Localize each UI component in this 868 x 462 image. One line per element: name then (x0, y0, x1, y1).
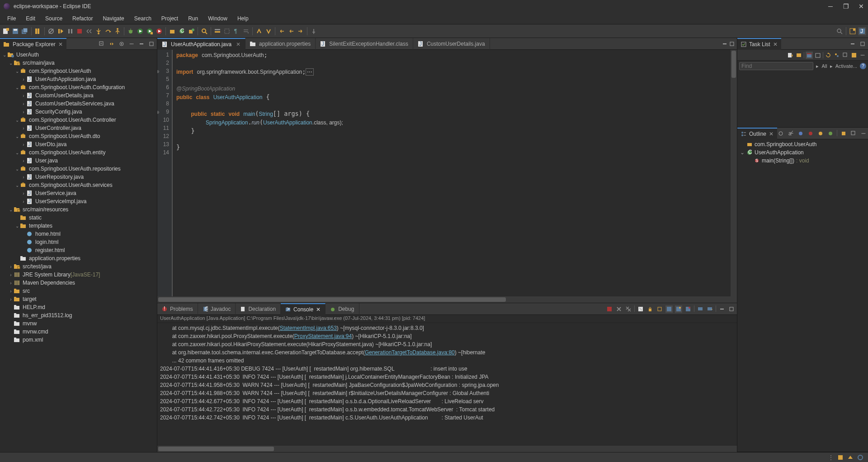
new-button[interactable] (2, 27, 10, 35)
link-editor-button[interactable] (108, 40, 115, 48)
maximize-view-button[interactable] (148, 40, 155, 48)
minimize-button[interactable]: ─ (827, 3, 834, 10)
tree-item[interactable]: register.html (0, 246, 157, 254)
annotation-next-button[interactable] (264, 27, 273, 35)
twisty-icon[interactable]: ⌄ (14, 85, 20, 90)
console-remove-all-button[interactable] (625, 305, 632, 313)
menu-source[interactable]: Source (41, 14, 67, 24)
tree-item[interactable]: ›JUserController.java (0, 124, 157, 132)
tree-item[interactable]: mvnw.cmd (0, 328, 157, 336)
tree-item[interactable]: ⌄src/main/java (0, 59, 157, 67)
menu-search[interactable]: Search (130, 14, 156, 24)
twisty-icon[interactable]: ⌄ (740, 149, 745, 156)
console-scroll-lock-button[interactable] (646, 305, 654, 313)
tasklist-maximize-button[interactable] (859, 40, 866, 48)
hide-completed-button[interactable] (833, 52, 840, 59)
twisty-icon[interactable]: › (21, 191, 26, 196)
categorized-button[interactable] (795, 52, 802, 59)
package-explorer-tree[interactable]: ⌄UserAuth⌄src/main/java⌄com.Springboot.U… (0, 50, 157, 452)
tree-item[interactable]: ⌄com.Springboot.UserAuth (0, 67, 157, 75)
save-button[interactable] (11, 27, 19, 35)
twisty-icon[interactable]: › (21, 158, 26, 163)
tree-item[interactable]: ›src/test/java (0, 262, 157, 271)
menu-window[interactable]: Window (203, 14, 232, 24)
outline-hide-nonpublic-button[interactable] (817, 130, 824, 137)
tree-item[interactable]: ⌄com.Springboot.UserAuth.Configuration (0, 83, 157, 91)
tree-item[interactable]: login.html (0, 238, 157, 246)
tree-item[interactable]: ›target (0, 295, 157, 303)
outline-hide-static-button[interactable] (807, 130, 814, 137)
outline-item[interactable]: smain(String[]) : void (738, 157, 867, 165)
editor-minimize-button[interactable] (722, 42, 727, 46)
editor-tab[interactable]: application.properties (245, 38, 316, 50)
tree-item[interactable]: ›JUserAuthApplication.java (0, 75, 157, 83)
tasklist-activate-label[interactable]: Activate... (835, 63, 857, 69)
bottom-tab-debug[interactable]: Debug (326, 303, 359, 315)
twisty-icon[interactable]: › (21, 93, 26, 98)
open-type-button[interactable] (187, 27, 195, 35)
tasklist-minimize-button[interactable] (849, 40, 856, 48)
bottom-tab-javadoc[interactable]: @Javadoc (198, 303, 236, 315)
twisty-icon[interactable]: ⌄ (8, 207, 14, 212)
tree-item[interactable]: ›Maven Dependencies (0, 279, 157, 287)
console-show-on-error-button[interactable] (684, 305, 692, 313)
bottom-tab-declaration[interactable]: Declaration (236, 303, 281, 315)
editor-maximize-button[interactable] (730, 42, 734, 46)
minimize-view-button[interactable] (138, 40, 145, 48)
menu-file[interactable]: File (3, 14, 20, 24)
tree-item[interactable]: ›JUserService.java (0, 189, 157, 197)
console-open-button[interactable]: + (706, 305, 713, 313)
show-whitespace-button[interactable]: ¶ (232, 27, 241, 35)
menu-navigate[interactable]: Navigate (98, 14, 128, 24)
forward-button[interactable] (297, 27, 305, 35)
annotation-prev-button[interactable] (255, 27, 263, 35)
toggle-word-wrap-button[interactable] (242, 27, 250, 35)
close-icon[interactable]: ✕ (236, 41, 241, 48)
close-icon[interactable]: ✕ (58, 41, 63, 48)
help-icon[interactable]: ? (860, 63, 866, 69)
stacktrace-link[interactable]: GenerationTargetToDatabase.java:80 (365, 349, 455, 356)
tasklist-content[interactable] (737, 71, 868, 127)
tree-item[interactable]: ⌄com.Springboot.UserAuth.dto (0, 132, 157, 140)
back-button[interactable] (287, 27, 295, 35)
resume-button[interactable] (57, 27, 65, 35)
tree-item[interactable]: ⌄templates (0, 222, 157, 230)
tree-item[interactable]: ⌄com.Springboot.UserAuth.services (0, 181, 157, 189)
focus-task-button[interactable] (118, 40, 125, 48)
status-tip-icon[interactable] (837, 454, 844, 461)
tree-item[interactable]: ›JCustomUserDetailsServices.java (0, 100, 157, 108)
tree-item[interactable]: ⌄com.Springboot.UserAuth.entity (0, 148, 157, 157)
editor-hscrollbar[interactable] (157, 296, 737, 303)
status-updates-icon[interactable] (847, 454, 854, 461)
outline-hide-local-button[interactable] (827, 130, 834, 137)
disconnect-button[interactable] (85, 27, 93, 35)
twisty-icon[interactable]: ⌄ (14, 134, 20, 139)
close-icon[interactable]: ✕ (769, 131, 774, 137)
tree-item[interactable]: ›JCustomUserDetails.java (0, 91, 157, 100)
tree-item[interactable]: ⌄com.Springboot.UserAuth.repositories (0, 165, 157, 173)
search-button[interactable] (200, 27, 208, 35)
twisty-icon[interactable]: › (21, 126, 26, 131)
twisty-icon[interactable]: › (8, 297, 14, 302)
toggle-mark-occurrences-button[interactable] (213, 27, 222, 35)
twisty-icon[interactable]: › (8, 272, 14, 277)
outline-item[interactable]: ⌄CUserAuthApplication (738, 148, 867, 157)
twisty-icon[interactable]: › (21, 101, 26, 106)
twisty-icon[interactable]: ⌄ (8, 61, 14, 66)
close-button[interactable]: ✕ (858, 3, 864, 10)
console-display-button[interactable] (697, 305, 704, 313)
editor-body[interactable]: 12⊕35678⊕91011121314 package com.Springb… (157, 50, 737, 296)
tree-item[interactable]: ›src (0, 287, 157, 295)
last-edit-button[interactable] (278, 27, 286, 35)
bottom-tab-console[interactable]: >Console✕ (281, 303, 326, 315)
stacktrace-link[interactable]: StatementImpl.java:653 (280, 325, 337, 331)
twisty-icon[interactable]: ⌄ (14, 69, 20, 74)
twisty-icon[interactable]: › (21, 199, 26, 204)
save-all-button[interactable] (21, 27, 29, 35)
twisty-icon[interactable]: › (8, 289, 14, 294)
console-clear-button[interactable] (637, 305, 644, 313)
tree-item[interactable]: ›JUserRepository.java (0, 173, 157, 181)
skip-breakpoints-button[interactable] (47, 27, 55, 35)
editor-tab[interactable]: JUserAuthApplication.java✕ (157, 38, 245, 50)
tasklist-filter-button[interactable] (850, 52, 858, 59)
